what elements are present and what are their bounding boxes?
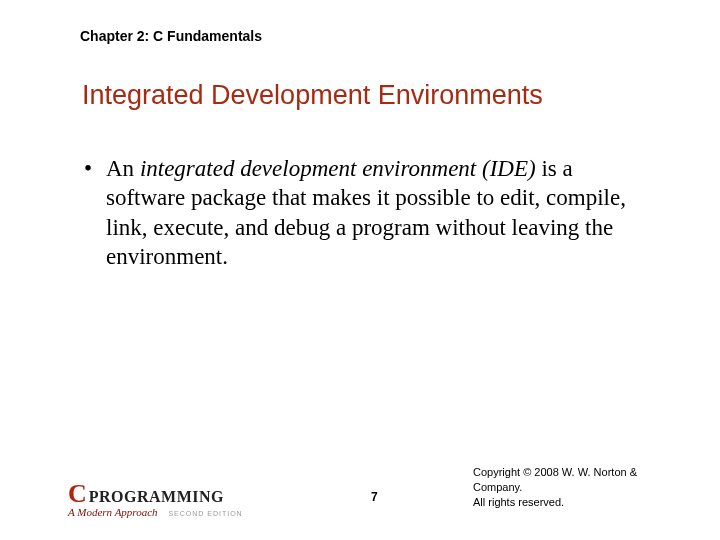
chapter-label: Chapter 2: C Fundamentals	[80, 28, 262, 44]
logo-word-programming: PROGRAMMING	[89, 488, 224, 506]
copyright: Copyright © 2008 W. W. Norton & Company.…	[473, 465, 680, 510]
logo-row1: C PROGRAMMING	[68, 481, 298, 507]
logo-subtitle: A Modern Approach	[68, 506, 158, 518]
bullet-item: An integrated development environment (I…	[84, 154, 654, 272]
footer: C PROGRAMMING A Modern Approach SECOND E…	[68, 478, 680, 520]
book-logo: C PROGRAMMING A Modern Approach SECOND E…	[68, 481, 298, 518]
slide: Chapter 2: C Fundamentals Integrated Dev…	[0, 0, 720, 540]
logo-letter-c: C	[68, 481, 87, 507]
bullet-emphasis: integrated development environment (IDE)	[140, 156, 536, 181]
page-number: 7	[371, 490, 378, 504]
body-text: An integrated development environment (I…	[84, 154, 654, 272]
slide-title: Integrated Development Environments	[82, 80, 543, 111]
logo-edition: SECOND EDITION	[168, 510, 242, 517]
copyright-line1: Copyright © 2008 W. W. Norton & Company.	[473, 465, 680, 495]
bullet-lead: An	[106, 156, 140, 181]
copyright-line2: All rights reserved.	[473, 495, 680, 510]
logo-subtitle-row: A Modern Approach SECOND EDITION	[68, 506, 298, 518]
